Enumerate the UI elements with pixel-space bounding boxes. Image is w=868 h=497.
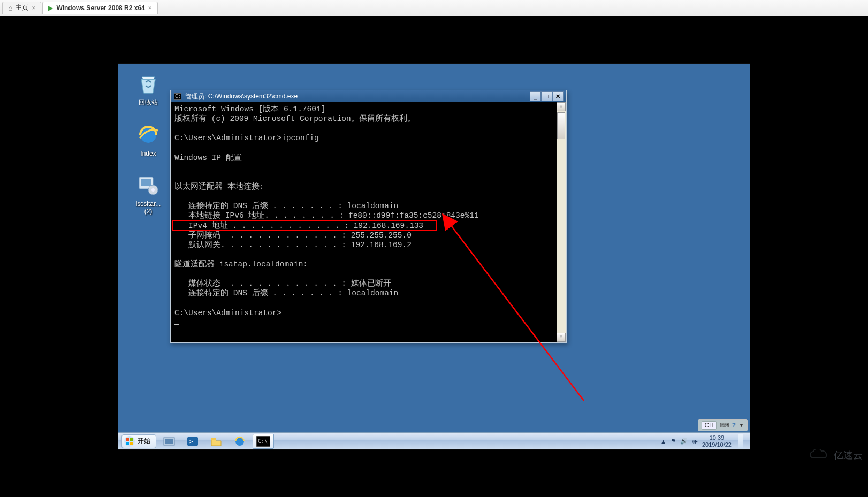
scroll-down-button[interactable]: ▼ [557, 333, 566, 342]
home-icon: ⌂ [8, 4, 12, 12]
close-icon[interactable]: × [148, 4, 152, 12]
start-label: 开始 [138, 437, 150, 446]
tray-network-icon[interactable]: 🕪 [692, 438, 698, 445]
svg-rect-2 [141, 179, 151, 186]
svg-text:C:\: C:\ [258, 438, 268, 444]
vm-monitor-icon: ▶ [48, 4, 53, 12]
minimize-button[interactable]: _ [530, 91, 541, 101]
chevron-down-icon[interactable]: ▼ [739, 423, 744, 428]
desktop-icon-recycle-bin[interactable]: 回收站 [127, 70, 170, 107]
clock-date: 2019/10/22 [702, 441, 732, 448]
clock-time: 10:39 [702, 434, 732, 441]
tray-expand-icon[interactable]: ▲ [660, 438, 666, 445]
desktop-icon-index[interactable]: Index [127, 122, 170, 157]
keyboard-icon[interactable]: ⌨ [720, 422, 729, 429]
desktop-icons: 回收站 Index [126, 70, 171, 215]
cmd-output: Microsoft Windows [版本 6.1.7601] 版权所有 (c)… [174, 104, 562, 318]
language-bar[interactable]: CH ⌨ ? ▼ [698, 419, 748, 431]
desktop-icon-label: 回收站 [139, 98, 158, 107]
taskbar-item-server-manager[interactable] [158, 434, 180, 449]
taskbar-item-powershell[interactable]: >_ [182, 434, 203, 449]
taskbar-clock[interactable]: 10:39 2019/10/22 [702, 434, 732, 447]
svg-text:C:: C: [175, 94, 181, 99]
scroll-up-button[interactable]: ▲ [557, 102, 566, 111]
cmd-title: 管理员: C:\Windows\system32\cmd.exe [185, 92, 298, 101]
watermark: 亿速云 [810, 449, 863, 462]
svg-rect-12 [130, 442, 133, 445]
ie-icon [135, 122, 161, 148]
svg-rect-14 [165, 439, 173, 444]
tab-home[interactable]: ⌂ 主页 × [2, 2, 41, 14]
recycle-bin-icon [135, 70, 161, 96]
vm-desktop[interactable]: 回收站 Index [118, 64, 750, 449]
window-controls: _ □ ✕ [530, 91, 564, 101]
cmd-icon: C: [173, 92, 182, 101]
windows-logo-icon [124, 436, 135, 447]
watermark-text: 亿速云 [834, 449, 863, 462]
help-icon[interactable]: ? [732, 422, 736, 429]
language-indicator[interactable]: CH [702, 421, 716, 430]
taskbar-item-ie[interactable] [229, 434, 250, 449]
taskbar-item-cmd[interactable]: C:\ [253, 434, 274, 449]
scroll-thumb[interactable] [557, 112, 565, 139]
start-button[interactable]: 开始 [121, 434, 156, 448]
scroll-track[interactable] [557, 111, 566, 333]
tray-volume-icon[interactable]: 🔊 [680, 438, 688, 445]
svg-rect-10 [130, 438, 133, 441]
cursor [174, 324, 179, 325]
cmd-body[interactable]: Microsoft Windows [版本 6.1.7601] 版权所有 (c)… [171, 102, 566, 342]
close-button[interactable]: ✕ [552, 91, 564, 101]
tab-vm[interactable]: ▶ Windows Server 2008 R2 x64 × [42, 2, 157, 14]
svg-rect-17 [211, 438, 216, 440]
tab-vm-label: Windows Server 2008 R2 x64 [56, 4, 144, 12]
host-tab-bar: ⌂ 主页 × ▶ Windows Server 2008 R2 x64 × [0, 0, 868, 16]
vm-stage: 回收站 Index [0, 16, 868, 497]
system-tray[interactable]: ▲ ⚑ 🔊 🕪 10:39 2019/10/22 [657, 434, 747, 449]
svg-rect-9 [126, 438, 129, 441]
taskbar-item-explorer[interactable] [205, 434, 227, 449]
desktop-icon-label: Index [140, 150, 156, 157]
show-desktop-button[interactable] [738, 434, 743, 449]
maximize-button[interactable]: □ [541, 91, 552, 101]
svg-text:>_: >_ [189, 438, 197, 445]
tray-flag-icon[interactable]: ⚑ [671, 438, 676, 445]
desktop-icon-iscsitar[interactable]: iscsitar... (2) [127, 172, 170, 215]
svg-point-4 [151, 188, 155, 192]
cmd-titlebar[interactable]: C: 管理员: C:\Windows\system32\cmd.exe _ □ … [171, 90, 566, 102]
close-icon[interactable]: × [32, 4, 35, 12]
tab-home-label: 主页 [16, 3, 28, 12]
drive-icon [135, 172, 161, 198]
taskbar[interactable]: 开始 >_ C:\ ▲ ⚑ 🔊 🕪 [118, 432, 750, 449]
desktop-icon-label: iscsitar... (2) [136, 200, 161, 215]
svg-rect-11 [126, 442, 129, 445]
cmd-window[interactable]: C: 管理员: C:\Windows\system32\cmd.exe _ □ … [170, 90, 567, 343]
cmd-scrollbar[interactable]: ▲ ▼ [557, 102, 566, 342]
